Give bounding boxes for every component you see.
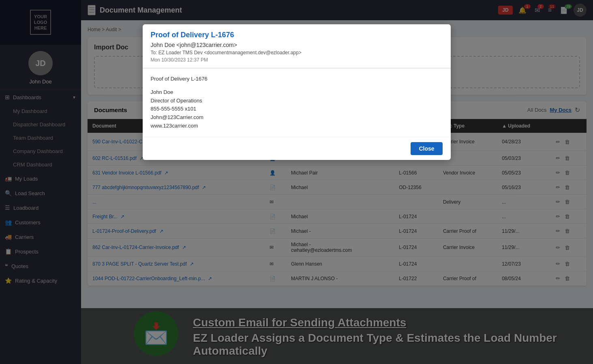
body-title: Director of Operations bbox=[151, 97, 443, 105]
email-modal-subject: Proof of Delivery L-1676 bbox=[151, 31, 443, 39]
body-phone: 855-555-5555 x101 bbox=[151, 105, 443, 113]
body-email: John@123Carrier.com bbox=[151, 113, 443, 122]
body-name: John Doe bbox=[151, 88, 443, 97]
email-modal-date: Mon 10/30/2023 12:37 PM bbox=[151, 57, 443, 63]
email-modal: Proof of Delivery L-1676 John Doe <john@… bbox=[143, 24, 451, 160]
body-website: www.123carrier.com bbox=[151, 122, 443, 130]
email-modal-body: Proof of Delivery L-1676 John Doe Direct… bbox=[143, 68, 451, 137]
email-modal-footer: Close bbox=[143, 137, 451, 160]
email-modal-header: Proof of Delivery L-1676 John Doe <john@… bbox=[143, 24, 451, 68]
close-button[interactable]: Close bbox=[411, 142, 442, 155]
body-subject-line: Proof of Delivery L-1676 bbox=[151, 75, 443, 83]
email-modal-from: John Doe <john@123carrier.com> bbox=[151, 42, 443, 48]
email-modal-to: To: EZ Loader TMS Dev <documentmanagemen… bbox=[151, 50, 443, 55]
modal-overlay[interactable]: Proof of Delivery L-1676 John Doe <john@… bbox=[0, 0, 593, 364]
